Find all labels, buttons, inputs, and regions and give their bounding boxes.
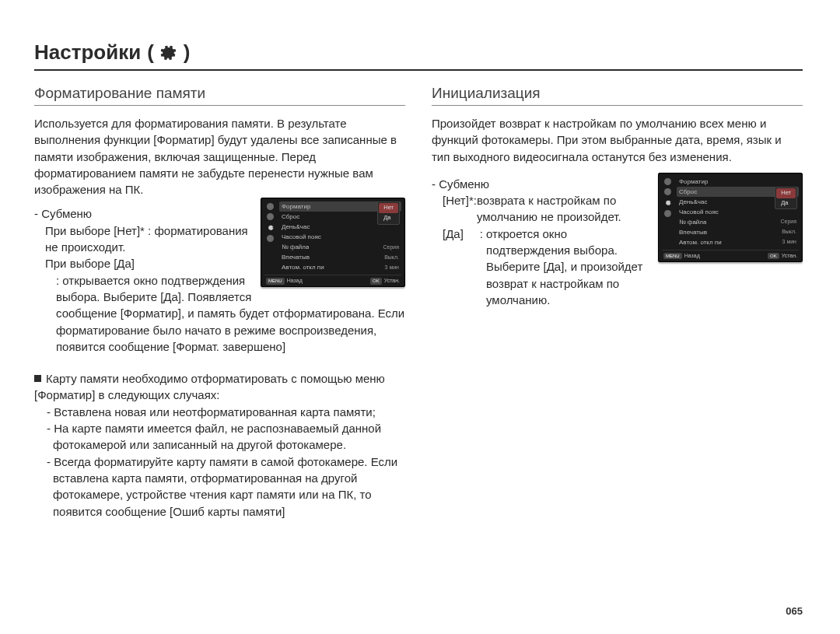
lcd-b-sidebar: [662, 177, 674, 247]
paren-close: ): [184, 40, 191, 65]
right-opt-no-key: [Нет]*: [443, 192, 474, 226]
lcd-b: Форматир Сброс Нет Да День&час Часовой: [658, 173, 803, 262]
ok-key-icon: OK: [768, 253, 779, 260]
lcd-a-foot-set: Устан.: [384, 277, 400, 285]
lcd-b-row-6: Автом. откл пи3 мин: [677, 237, 799, 247]
lcd-b-row-1: Сброс Нет Да: [677, 187, 799, 197]
page-number: 065: [786, 605, 803, 617]
left-body: Используется для форматирования памяти. …: [34, 115, 405, 520]
left-bullet-lead: Карту памяти необходимо отформатировать …: [34, 370, 405, 404]
lcd-b-row-4: № файлаСерия: [677, 217, 799, 227]
right-opt-yes-val: откроется окно подтверждения выбора. Выб…: [486, 226, 652, 308]
colon-sep: :: [464, 226, 486, 308]
lcd-screenshot-format: Форматир Нет Да Сброс День&час Часовой п…: [261, 198, 405, 287]
right-opt-no-val: возврата к настройкам по умолчанию не пр…: [477, 192, 652, 226]
left-bullet-2: - Всегда форматируйте карту памяти в сам…: [42, 454, 405, 520]
columns: Форматирование памяти Используется для ф…: [34, 85, 803, 520]
lcd-a-row-5: ВпечатывВыкл.: [279, 252, 401, 262]
right-column: Инициализация Произойдет возврат к настр…: [432, 85, 803, 520]
lcd-b-footer: MENUНазад OKУстан.: [662, 250, 799, 260]
gear-icon: [266, 223, 275, 232]
lcd-a-popup: Нет Да: [377, 201, 400, 224]
lcd-b-foot-back: Назад: [684, 252, 700, 260]
gear-icon: [663, 198, 672, 207]
lcd-a-popup-opt-no: Нет: [379, 203, 398, 213]
menu-key-icon: MENU: [663, 253, 682, 260]
ok-key-icon: OK: [370, 278, 382, 285]
lcd-b-popup: Нет Да: [775, 187, 797, 209]
right-body: Произойдет возврат к настройкам по умолч…: [432, 115, 803, 308]
lcd-a: Форматир Нет Да Сброс День&час Часовой п…: [261, 198, 405, 287]
menu-key-icon: MENU: [266, 278, 285, 285]
lcd-dot: [664, 210, 671, 217]
lcd-b-list: Форматир Сброс Нет Да День&час Часовой: [677, 177, 799, 247]
lcd-a-foot-back: Назад: [287, 277, 303, 285]
lcd-b-popup-opt-no: Нет: [776, 188, 796, 198]
page-title-row: Настройки ( ): [34, 40, 803, 71]
left-bullet-0: - Вставлена новая или неотформатированна…: [42, 404, 405, 420]
lcd-a-footer: MENUНазад OKУстан.: [264, 275, 401, 285]
left-column: Форматирование памяти Используется для ф…: [34, 85, 405, 520]
lcd-a-sidebar: [264, 201, 276, 272]
lcd-a-row-6: Автом. откл пи3 мин: [279, 262, 401, 272]
paren-open: (: [147, 40, 154, 65]
lcd-b-popup-opt-yes: Да: [776, 198, 796, 208]
lcd-b-row-0: Форматир: [677, 177, 799, 187]
lcd-dot: [664, 188, 671, 195]
left-heading: Форматирование памяти: [34, 85, 405, 106]
lcd-a-list: Форматир Нет Да Сброс День&час Часовой п…: [279, 201, 401, 272]
lcd-a-row-4: № файлаСерия: [279, 242, 401, 252]
lcd-dot: [267, 213, 274, 220]
manual-page: Настройки ( ) Форматирование памяти Испо…: [0, 0, 840, 634]
lcd-b-row-5: ВпечатывВыкл.: [677, 227, 799, 237]
lcd-dot: [267, 203, 274, 210]
page-title: Настройки: [34, 40, 141, 65]
lcd-dot: [664, 178, 671, 185]
left-opt-no-key: При выборе [Нет]*: [45, 224, 145, 237]
left-bullet-block: Карту памяти необходимо отформатировать …: [34, 370, 405, 520]
lcd-screenshot-reset: Форматир Сброс Нет Да День&час Часовой: [658, 173, 803, 262]
gear-icon: [160, 44, 177, 61]
lcd-a-popup-opt-yes: Да: [379, 213, 398, 223]
right-opt-yes-key: [Да]: [443, 226, 464, 308]
right-opt-no: [Нет]* : возврата к настройкам по умолча…: [432, 192, 652, 226]
square-bullet-icon: [34, 375, 41, 382]
right-opt-yes: [Да] : откроется окно подтверждения выбо…: [432, 226, 652, 308]
left-bullet-1: - На карте памяти имеется файл, не распо…: [42, 420, 405, 454]
lcd-a-row-3: Часовой пояс: [279, 232, 401, 242]
lcd-dot: [267, 235, 274, 242]
right-intro: Произойдет возврат к настройкам по умолч…: [432, 115, 803, 165]
lcd-a-row-0: Форматир Нет Да: [279, 201, 401, 212]
lcd-b-foot-set: Устан.: [782, 252, 797, 260]
right-heading: Инициализация: [432, 85, 803, 106]
left-intro: Используется для форматирования памяти. …: [34, 115, 405, 198]
colon-sep: :: [145, 224, 155, 237]
